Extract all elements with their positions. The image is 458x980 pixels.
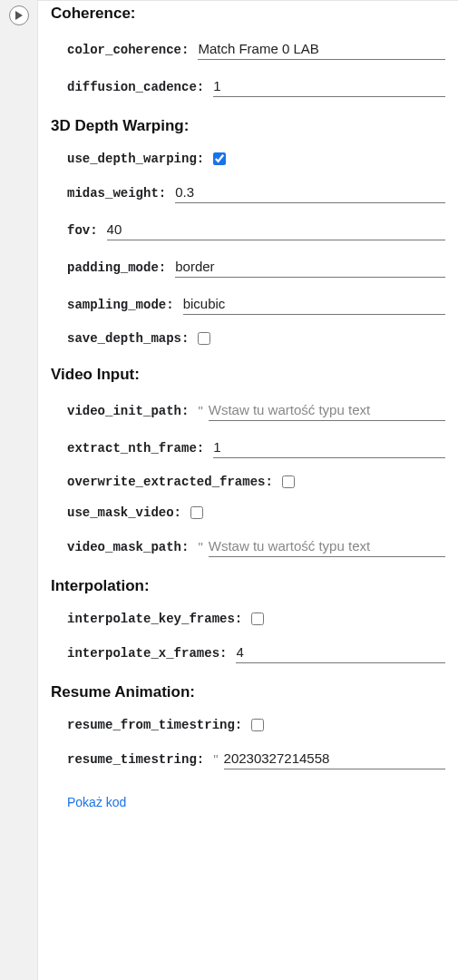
- label-padding-mode: padding_mode:: [67, 260, 166, 275]
- checkbox-use-mask-video[interactable]: [190, 506, 203, 519]
- label-interpolate-x-frames: interpolate_x_frames:: [67, 646, 227, 661]
- section-title-video: Video Input:: [51, 366, 445, 384]
- input-padding-mode[interactable]: [175, 257, 445, 278]
- label-extract-nth-frame: extract_nth_frame:: [67, 441, 204, 456]
- input-extract-nth-frame[interactable]: [213, 437, 445, 458]
- row-save-depth-maps: save_depth_maps:: [51, 331, 445, 346]
- row-fov: fov:: [51, 220, 445, 240]
- label-resume-from-timestring: resume_from_timestring:: [67, 718, 242, 732]
- label-overwrite-extracted-frames: overwrite_extracted_frames:: [67, 475, 273, 489]
- row-overwrite-extracted-frames: overwrite_extracted_frames:: [51, 475, 445, 489]
- label-use-mask-video: use_mask_video:: [67, 505, 181, 520]
- label-sampling-mode: sampling_mode:: [67, 298, 174, 312]
- input-midas-weight[interactable]: [175, 182, 445, 203]
- row-midas-weight: midas_weight:: [51, 182, 445, 203]
- checkbox-resume-from-timestring[interactable]: [251, 719, 264, 731]
- input-video-mask-path[interactable]: [209, 536, 445, 557]
- quote-icon: ": [198, 403, 202, 418]
- quote-icon: ": [213, 751, 218, 767]
- label-video-mask-path: video_mask_path:: [67, 540, 189, 554]
- play-icon: [15, 11, 24, 20]
- quote-icon: ": [198, 539, 202, 554]
- row-interpolate-key-frames: interpolate_key_frames:: [51, 612, 445, 626]
- cell-gutter: [0, 0, 38, 980]
- row-extract-nth-frame: extract_nth_frame:: [51, 437, 445, 458]
- label-video-init-path: video_init_path:: [67, 404, 189, 418]
- section-title-depth: 3D Depth Warping:: [51, 117, 445, 135]
- input-sampling-mode[interactable]: [183, 294, 445, 315]
- section-title-resume: Resume Animation:: [51, 683, 445, 701]
- section-title-coherence: Coherence:: [51, 5, 445, 23]
- row-resume-timestring: resume_timestring: ": [51, 749, 445, 769]
- top-divider: [38, 0, 458, 1]
- input-fov[interactable]: [107, 220, 445, 240]
- label-use-depth-warping: use_depth_warping:: [67, 152, 204, 166]
- input-resume-timestring[interactable]: [224, 749, 445, 769]
- checkbox-interpolate-key-frames[interactable]: [251, 612, 264, 625]
- row-video-init-path: video_init_path: ": [51, 400, 445, 421]
- row-video-mask-path: video_mask_path: ": [51, 536, 445, 557]
- svg-marker-0: [15, 11, 23, 20]
- checkbox-use-depth-warping[interactable]: [213, 152, 226, 165]
- input-video-init-path[interactable]: [209, 400, 445, 421]
- row-padding-mode: padding_mode:: [51, 257, 445, 278]
- row-color-coherence: color_coherence:: [51, 39, 445, 60]
- row-use-depth-warping: use_depth_warping:: [51, 152, 445, 166]
- label-fov: fov:: [67, 223, 98, 238]
- row-sampling-mode: sampling_mode:: [51, 294, 445, 315]
- input-diffusion-cadence[interactable]: [213, 76, 445, 97]
- cell-content: Coherence: color_coherence: diffusion_ca…: [38, 0, 458, 980]
- label-color-coherence: color_coherence:: [67, 43, 189, 57]
- show-code-link[interactable]: Pokaż kod: [51, 795, 445, 809]
- input-color-coherence[interactable]: [198, 39, 445, 60]
- row-diffusion-cadence: diffusion_cadence:: [51, 76, 445, 97]
- label-midas-weight: midas_weight:: [67, 186, 166, 201]
- label-save-depth-maps: save_depth_maps:: [67, 331, 189, 346]
- row-resume-from-timestring: resume_from_timestring:: [51, 718, 445, 732]
- checkbox-save-depth-maps[interactable]: [198, 332, 210, 345]
- input-interpolate-x-frames[interactable]: [236, 642, 445, 663]
- row-interpolate-x-frames: interpolate_x_frames:: [51, 642, 445, 663]
- row-use-mask-video: use_mask_video:: [51, 505, 445, 520]
- label-diffusion-cadence: diffusion_cadence:: [67, 80, 204, 94]
- section-title-interpolation: Interpolation:: [51, 577, 445, 595]
- label-interpolate-key-frames: interpolate_key_frames:: [67, 612, 242, 626]
- checkbox-overwrite-extracted-frames[interactable]: [282, 475, 295, 488]
- run-cell-button[interactable]: [9, 5, 29, 25]
- label-resume-timestring: resume_timestring:: [67, 752, 204, 767]
